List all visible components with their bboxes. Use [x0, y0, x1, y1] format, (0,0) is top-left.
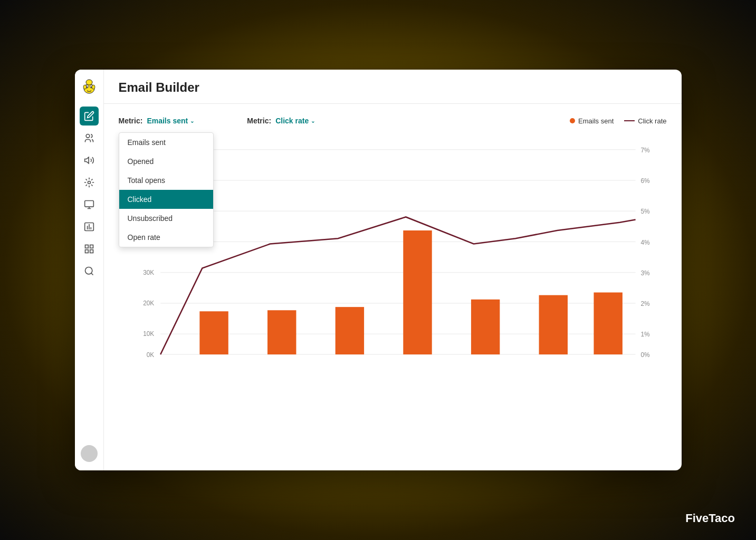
- metric2-dropdown[interactable]: Metric: Click rate ⌄: [247, 117, 315, 125]
- audience-icon[interactable]: [80, 129, 99, 148]
- dropdown-item-emails-sent[interactable]: Emails sent: [119, 133, 213, 152]
- metric2-value: Click rate: [275, 117, 309, 125]
- main-content: Email Builder Metric: Emails sent ⌄ Emai…: [104, 70, 682, 470]
- brand-five: Five: [685, 512, 709, 525]
- svg-text:5%: 5%: [640, 208, 649, 215]
- sidebar: [75, 70, 104, 470]
- integrations-icon[interactable]: [80, 239, 99, 258]
- dropdown-item-unsubscribed[interactable]: Unsubscribed: [119, 209, 213, 228]
- bar-1: [199, 311, 228, 354]
- automations-icon[interactable]: [80, 173, 99, 192]
- legend-click-label: Click rate: [638, 117, 666, 125]
- svg-text:3%: 3%: [640, 269, 649, 277]
- legend-click-rate: Click rate: [624, 117, 666, 125]
- page-title: Email Builder: [119, 80, 667, 95]
- svg-point-6: [86, 80, 92, 85]
- svg-point-11: [88, 181, 90, 184]
- svg-point-18: [85, 267, 92, 274]
- svg-point-8: [92, 85, 95, 89]
- svg-text:20K: 20K: [143, 300, 154, 307]
- legend-emails-sent: Emails sent: [570, 117, 614, 125]
- svg-rect-12: [84, 201, 93, 207]
- svg-text:4%: 4%: [640, 238, 649, 246]
- svg-rect-16: [90, 250, 93, 253]
- header: Email Builder: [104, 70, 682, 104]
- metrics-row: Metric: Emails sent ⌄ Emails sent Opened…: [119, 117, 667, 125]
- fivetaco-brand: FiveTaco: [685, 512, 735, 525]
- svg-text:1%: 1%: [640, 331, 649, 338]
- svg-text:0%: 0%: [640, 351, 649, 359]
- svg-rect-14: [85, 245, 88, 248]
- bar-7: [594, 293, 622, 355]
- dropdown-item-clicked[interactable]: Clicked: [119, 190, 213, 209]
- svg-text:0K: 0K: [146, 351, 154, 359]
- edit-icon[interactable]: [80, 107, 99, 126]
- svg-marker-10: [84, 157, 89, 163]
- app-logo: [80, 78, 99, 97]
- legend-line-click: [624, 120, 635, 121]
- svg-rect-15: [90, 245, 93, 248]
- dropdown-item-open-rate[interactable]: Open rate: [119, 228, 213, 247]
- bar-5: [471, 300, 499, 354]
- analytics-icon[interactable]: [80, 217, 99, 236]
- metric1-dropdown-menu: Emails sent Opened Total opens Clicked U…: [119, 132, 214, 247]
- metric1-dropdown[interactable]: Metric: Emails sent ⌄: [119, 117, 195, 125]
- templates-icon[interactable]: [80, 195, 99, 214]
- legend-dot-emails: [570, 118, 575, 123]
- dropdown-item-opened[interactable]: Opened: [119, 152, 213, 171]
- svg-rect-17: [85, 250, 88, 253]
- bar-2: [267, 310, 296, 354]
- sidebar-bottom: [81, 445, 98, 462]
- metric2-label: Metric:: [247, 117, 271, 125]
- brand-taco: Taco: [709, 512, 735, 525]
- chevron-down-icon2: ⌄: [311, 118, 315, 124]
- bar-4: [403, 230, 432, 354]
- metric1-label: Metric:: [119, 117, 143, 125]
- bar-6: [539, 295, 567, 354]
- chart-area: Metric: Emails sent ⌄ Emails sent Opened…: [104, 104, 682, 470]
- metric1-container: Metric: Emails sent ⌄ Emails sent Opened…: [119, 117, 195, 125]
- chevron-down-icon: ⌄: [190, 118, 194, 124]
- search-icon[interactable]: [80, 262, 99, 281]
- svg-text:30K: 30K: [143, 269, 154, 276]
- campaigns-icon[interactable]: [80, 151, 99, 170]
- svg-text:10K: 10K: [143, 330, 154, 338]
- metric1-value: Emails sent: [147, 117, 188, 125]
- svg-point-7: [83, 85, 87, 89]
- app-window: Email Builder Metric: Emails sent ⌄ Emai…: [75, 70, 682, 470]
- bar-3: [335, 307, 363, 354]
- svg-text:7%: 7%: [640, 147, 649, 154]
- svg-text:6%: 6%: [640, 177, 649, 185]
- svg-point-9: [86, 134, 90, 138]
- avatar[interactable]: [81, 445, 98, 462]
- dropdown-item-total-opens[interactable]: Total opens: [119, 171, 213, 190]
- chart-legend: Emails sent Click rate: [570, 117, 666, 125]
- svg-text:2%: 2%: [640, 300, 649, 307]
- legend-emails-label: Emails sent: [578, 117, 614, 125]
